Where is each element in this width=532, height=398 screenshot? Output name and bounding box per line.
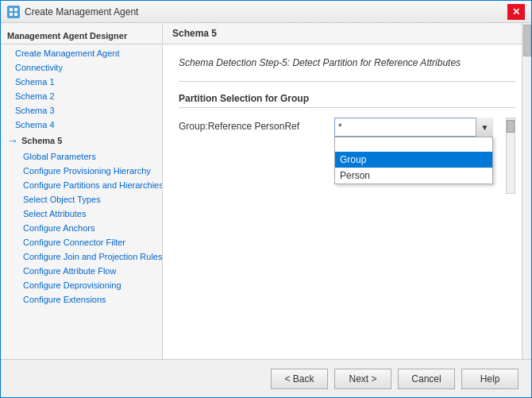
help-button[interactable]: Help bbox=[461, 369, 519, 389]
sidebar-item-create-management-agent[interactable]: Create Management Agent bbox=[1, 46, 162, 60]
sidebar-item-configure-provisioning-hierarchy[interactable]: Configure Provisioning Hierarchy bbox=[1, 164, 162, 178]
sidebar-item-configure-connector-filter[interactable]: Configure Connector Filter bbox=[1, 235, 162, 249]
dropdown-container: * ▼ GroupPerson bbox=[334, 118, 493, 137]
sidebar-item-label: Global Parameters bbox=[23, 152, 96, 161]
sidebar-item-label: Configure Join and Projection Rules bbox=[23, 252, 163, 261]
sidebar-item-select-object-types[interactable]: Select Object Types bbox=[1, 192, 162, 207]
field-label: Group:Reference PersonRef bbox=[179, 118, 322, 132]
main-content: Schema Detection Step-5: Detect Partitio… bbox=[163, 44, 531, 359]
window-icon bbox=[7, 6, 20, 18]
close-button[interactable]: ✕ bbox=[507, 4, 525, 20]
window-title: Create Management Agent bbox=[25, 6, 507, 17]
sidebar-item-label: Schema 4 bbox=[15, 120, 55, 129]
sidebar-item-label: Schema 2 bbox=[15, 91, 55, 101]
dropdown-display[interactable]: * bbox=[334, 118, 493, 137]
main-header: Schema 5 bbox=[163, 23, 531, 44]
dropdown-list: GroupPerson bbox=[334, 137, 493, 184]
dropdown-arrow-icon[interactable]: ▼ bbox=[476, 118, 493, 137]
back-button[interactable]: < Back bbox=[271, 369, 328, 389]
sidebar-item-label: Schema 3 bbox=[15, 106, 55, 115]
partition-section: Partition Selection for Group Group:Refe… bbox=[179, 93, 515, 194]
sidebar-item-schema-4[interactable]: Schema 4 bbox=[1, 118, 162, 132]
sidebar-item-label: Configure Provisioning Hierarchy bbox=[23, 166, 151, 176]
content-area: Management Agent Designer Create Managem… bbox=[1, 23, 531, 359]
sidebar-item-configure-anchors[interactable]: Configure Anchors bbox=[1, 221, 162, 235]
sidebar-item-label: Configure Attribute Flow bbox=[23, 266, 116, 276]
arrow-icon: → bbox=[7, 134, 18, 147]
sidebar-item-label: Configure Partitions and Hierarchies bbox=[23, 180, 163, 190]
sidebar-item-configure-join-and-projection-rules[interactable]: Configure Join and Projection Rules bbox=[1, 249, 162, 264]
sidebar-item-label: Select Object Types bbox=[23, 195, 101, 204]
scrollbar-thumb[interactable] bbox=[523, 25, 531, 56]
sidebar-item-configure-partitions-and-hierarchies[interactable]: Configure Partitions and Hierarchies bbox=[1, 178, 162, 192]
sidebar-item-select-attributes[interactable]: Select Attributes bbox=[1, 207, 162, 221]
sidebar-item-configure-deprovisioning[interactable]: Configure Deprovisioning bbox=[1, 278, 162, 292]
main-window: Create Management Agent ✕ Management Age… bbox=[0, 0, 532, 398]
main-scrollbar[interactable] bbox=[522, 23, 531, 359]
partition-section-title: Partition Selection for Group bbox=[179, 93, 515, 108]
sidebar: Management Agent Designer Create Managem… bbox=[1, 23, 163, 359]
svg-rect-1 bbox=[14, 8, 17, 11]
sidebar-item-connectivity[interactable]: Connectivity bbox=[1, 60, 162, 75]
svg-rect-2 bbox=[10, 13, 13, 16]
sidebar-item-schema-5[interactable]: →Schema 5 bbox=[1, 132, 162, 149]
sidebar-item-label: Schema 5 bbox=[21, 136, 62, 145]
sidebar-item-label: Create Management Agent bbox=[15, 48, 119, 58]
sidebar-item-schema-1[interactable]: Schema 1 bbox=[1, 75, 162, 89]
sidebar-item-global-parameters[interactable]: Global Parameters bbox=[1, 149, 162, 164]
dropdown-item-empty[interactable] bbox=[335, 137, 492, 152]
footer: < Back Next > Cancel Help bbox=[1, 359, 531, 397]
sidebar-item-label: Schema 1 bbox=[15, 77, 55, 87]
sidebar-item-label: Configure Connector Filter bbox=[23, 238, 125, 247]
main-panel: Schema 5 Schema Detection Step-5: Detect… bbox=[163, 23, 531, 359]
sidebar-item-schema-2[interactable]: Schema 2 bbox=[1, 89, 162, 103]
dropdown-item-group[interactable]: Group bbox=[335, 152, 492, 168]
sidebar-item-label: Connectivity bbox=[15, 63, 63, 72]
field-row: Group:Reference PersonRef * ▼ GroupPerso… bbox=[179, 118, 515, 194]
sidebar-item-label: Configure Extensions bbox=[23, 295, 106, 304]
cancel-button[interactable]: Cancel bbox=[398, 369, 455, 389]
sidebar-item-label: Configure Deprovisioning bbox=[23, 280, 121, 290]
sidebar-item-schema-3[interactable]: Schema 3 bbox=[1, 103, 162, 118]
next-button[interactable]: Next > bbox=[334, 369, 391, 389]
svg-rect-3 bbox=[14, 13, 17, 16]
section-title: Schema Detection Step-5: Detect Partitio… bbox=[179, 57, 515, 68]
sidebar-item-label: Configure Anchors bbox=[23, 223, 95, 233]
sidebar-title: Management Agent Designer bbox=[1, 26, 162, 44]
title-bar: Create Management Agent ✕ bbox=[1, 1, 531, 23]
dropdown-scrollbar[interactable] bbox=[506, 118, 515, 194]
sidebar-item-configure-attribute-flow[interactable]: Configure Attribute Flow bbox=[1, 264, 162, 278]
dropdown-item-person[interactable]: Person bbox=[335, 168, 492, 184]
svg-rect-0 bbox=[10, 8, 13, 11]
sidebar-item-label: Select Attributes bbox=[23, 209, 87, 218]
sidebar-item-configure-extensions[interactable]: Configure Extensions bbox=[1, 292, 162, 307]
